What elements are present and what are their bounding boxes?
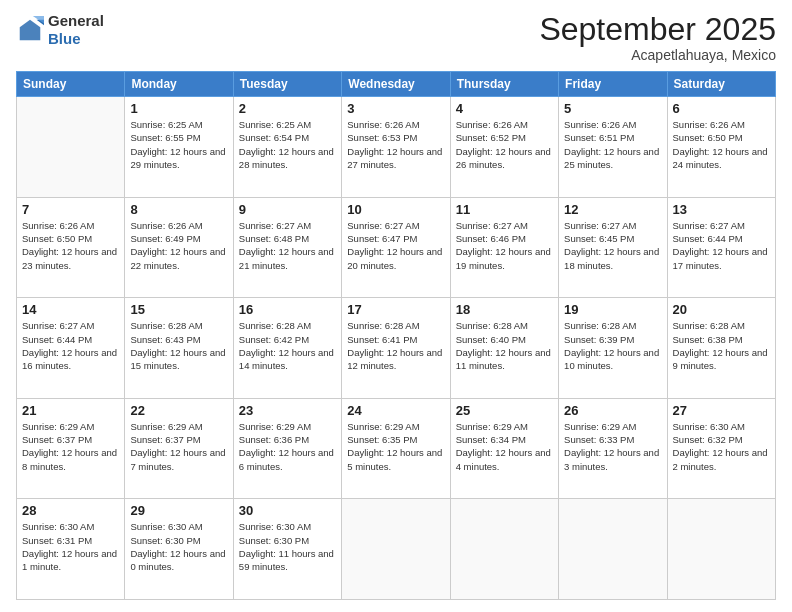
calendar-cell: 14Sunrise: 6:27 AMSunset: 6:44 PMDayligh…: [17, 298, 125, 399]
calendar-cell: 27Sunrise: 6:30 AMSunset: 6:32 PMDayligh…: [667, 398, 775, 499]
weekday-header: Friday: [559, 72, 667, 97]
day-info: Sunrise: 6:26 AMSunset: 6:51 PMDaylight:…: [564, 118, 661, 171]
calendar-cell: 21Sunrise: 6:29 AMSunset: 6:37 PMDayligh…: [17, 398, 125, 499]
svg-marker-0: [20, 20, 41, 41]
day-number: 22: [130, 403, 227, 418]
day-info: Sunrise: 6:29 AMSunset: 6:34 PMDaylight:…: [456, 420, 553, 473]
calendar-cell: 4Sunrise: 6:26 AMSunset: 6:52 PMDaylight…: [450, 97, 558, 198]
day-number: 27: [673, 403, 770, 418]
day-number: 9: [239, 202, 336, 217]
month-title: September 2025: [539, 12, 776, 47]
day-info: Sunrise: 6:25 AMSunset: 6:54 PMDaylight:…: [239, 118, 336, 171]
day-info: Sunrise: 6:30 AMSunset: 6:30 PMDaylight:…: [130, 520, 227, 573]
day-number: 14: [22, 302, 119, 317]
weekday-header: Thursday: [450, 72, 558, 97]
calendar-cell: 13Sunrise: 6:27 AMSunset: 6:44 PMDayligh…: [667, 197, 775, 298]
calendar-cell: 19Sunrise: 6:28 AMSunset: 6:39 PMDayligh…: [559, 298, 667, 399]
calendar-cell: 20Sunrise: 6:28 AMSunset: 6:38 PMDayligh…: [667, 298, 775, 399]
calendar-cell: 9Sunrise: 6:27 AMSunset: 6:48 PMDaylight…: [233, 197, 341, 298]
day-number: 23: [239, 403, 336, 418]
weekday-header: Monday: [125, 72, 233, 97]
day-info: Sunrise: 6:26 AMSunset: 6:49 PMDaylight:…: [130, 219, 227, 272]
day-info: Sunrise: 6:28 AMSunset: 6:41 PMDaylight:…: [347, 319, 444, 372]
logo-icon: [16, 16, 44, 44]
day-number: 11: [456, 202, 553, 217]
day-number: 24: [347, 403, 444, 418]
calendar-cell: 10Sunrise: 6:27 AMSunset: 6:47 PMDayligh…: [342, 197, 450, 298]
day-number: 18: [456, 302, 553, 317]
day-info: Sunrise: 6:26 AMSunset: 6:50 PMDaylight:…: [22, 219, 119, 272]
day-number: 5: [564, 101, 661, 116]
weekday-header: Sunday: [17, 72, 125, 97]
calendar-table: SundayMondayTuesdayWednesdayThursdayFrid…: [16, 71, 776, 600]
day-number: 1: [130, 101, 227, 116]
day-number: 26: [564, 403, 661, 418]
day-number: 21: [22, 403, 119, 418]
day-number: 30: [239, 503, 336, 518]
calendar-cell: 29Sunrise: 6:30 AMSunset: 6:30 PMDayligh…: [125, 499, 233, 600]
calendar-cell: 15Sunrise: 6:28 AMSunset: 6:43 PMDayligh…: [125, 298, 233, 399]
day-info: Sunrise: 6:28 AMSunset: 6:43 PMDaylight:…: [130, 319, 227, 372]
day-info: Sunrise: 6:30 AMSunset: 6:31 PMDaylight:…: [22, 520, 119, 573]
logo-text: General Blue: [48, 12, 104, 48]
day-info: Sunrise: 6:28 AMSunset: 6:42 PMDaylight:…: [239, 319, 336, 372]
calendar-cell: 12Sunrise: 6:27 AMSunset: 6:45 PMDayligh…: [559, 197, 667, 298]
calendar-cell: [667, 499, 775, 600]
day-number: 6: [673, 101, 770, 116]
day-number: 16: [239, 302, 336, 317]
day-info: Sunrise: 6:29 AMSunset: 6:35 PMDaylight:…: [347, 420, 444, 473]
day-info: Sunrise: 6:26 AMSunset: 6:53 PMDaylight:…: [347, 118, 444, 171]
day-info: Sunrise: 6:26 AMSunset: 6:50 PMDaylight:…: [673, 118, 770, 171]
weekday-header: Wednesday: [342, 72, 450, 97]
day-number: 19: [564, 302, 661, 317]
day-info: Sunrise: 6:25 AMSunset: 6:55 PMDaylight:…: [130, 118, 227, 171]
day-number: 8: [130, 202, 227, 217]
calendar-week-row: 21Sunrise: 6:29 AMSunset: 6:37 PMDayligh…: [17, 398, 776, 499]
calendar-cell: [450, 499, 558, 600]
day-number: 25: [456, 403, 553, 418]
day-info: Sunrise: 6:27 AMSunset: 6:48 PMDaylight:…: [239, 219, 336, 272]
calendar-cell: 23Sunrise: 6:29 AMSunset: 6:36 PMDayligh…: [233, 398, 341, 499]
day-number: 10: [347, 202, 444, 217]
weekday-header: Tuesday: [233, 72, 341, 97]
calendar-cell: 3Sunrise: 6:26 AMSunset: 6:53 PMDaylight…: [342, 97, 450, 198]
day-number: 3: [347, 101, 444, 116]
day-info: Sunrise: 6:30 AMSunset: 6:30 PMDaylight:…: [239, 520, 336, 573]
calendar-cell: 26Sunrise: 6:29 AMSunset: 6:33 PMDayligh…: [559, 398, 667, 499]
weekday-header-row: SundayMondayTuesdayWednesdayThursdayFrid…: [17, 72, 776, 97]
calendar-cell: 1Sunrise: 6:25 AMSunset: 6:55 PMDaylight…: [125, 97, 233, 198]
day-info: Sunrise: 6:30 AMSunset: 6:32 PMDaylight:…: [673, 420, 770, 473]
day-info: Sunrise: 6:26 AMSunset: 6:52 PMDaylight:…: [456, 118, 553, 171]
location: Acapetlahuaya, Mexico: [539, 47, 776, 63]
calendar-page: General Blue September 2025 Acapetlahuay…: [0, 0, 792, 612]
day-info: Sunrise: 6:27 AMSunset: 6:44 PMDaylight:…: [673, 219, 770, 272]
day-number: 7: [22, 202, 119, 217]
day-info: Sunrise: 6:29 AMSunset: 6:37 PMDaylight:…: [22, 420, 119, 473]
calendar-week-row: 7Sunrise: 6:26 AMSunset: 6:50 PMDaylight…: [17, 197, 776, 298]
calendar-cell: 16Sunrise: 6:28 AMSunset: 6:42 PMDayligh…: [233, 298, 341, 399]
calendar-cell: 18Sunrise: 6:28 AMSunset: 6:40 PMDayligh…: [450, 298, 558, 399]
weekday-header: Saturday: [667, 72, 775, 97]
day-number: 15: [130, 302, 227, 317]
day-info: Sunrise: 6:28 AMSunset: 6:39 PMDaylight:…: [564, 319, 661, 372]
calendar-cell: 2Sunrise: 6:25 AMSunset: 6:54 PMDaylight…: [233, 97, 341, 198]
calendar-cell: [17, 97, 125, 198]
day-number: 12: [564, 202, 661, 217]
day-number: 4: [456, 101, 553, 116]
calendar-cell: 11Sunrise: 6:27 AMSunset: 6:46 PMDayligh…: [450, 197, 558, 298]
calendar-cell: 25Sunrise: 6:29 AMSunset: 6:34 PMDayligh…: [450, 398, 558, 499]
calendar-week-row: 28Sunrise: 6:30 AMSunset: 6:31 PMDayligh…: [17, 499, 776, 600]
day-info: Sunrise: 6:27 AMSunset: 6:46 PMDaylight:…: [456, 219, 553, 272]
calendar-cell: 30Sunrise: 6:30 AMSunset: 6:30 PMDayligh…: [233, 499, 341, 600]
calendar-week-row: 1Sunrise: 6:25 AMSunset: 6:55 PMDaylight…: [17, 97, 776, 198]
day-info: Sunrise: 6:29 AMSunset: 6:36 PMDaylight:…: [239, 420, 336, 473]
day-number: 29: [130, 503, 227, 518]
day-number: 17: [347, 302, 444, 317]
calendar-cell: [559, 499, 667, 600]
title-block: September 2025 Acapetlahuaya, Mexico: [539, 12, 776, 63]
calendar-cell: 7Sunrise: 6:26 AMSunset: 6:50 PMDaylight…: [17, 197, 125, 298]
day-number: 13: [673, 202, 770, 217]
day-number: 20: [673, 302, 770, 317]
day-number: 2: [239, 101, 336, 116]
calendar-cell: 28Sunrise: 6:30 AMSunset: 6:31 PMDayligh…: [17, 499, 125, 600]
